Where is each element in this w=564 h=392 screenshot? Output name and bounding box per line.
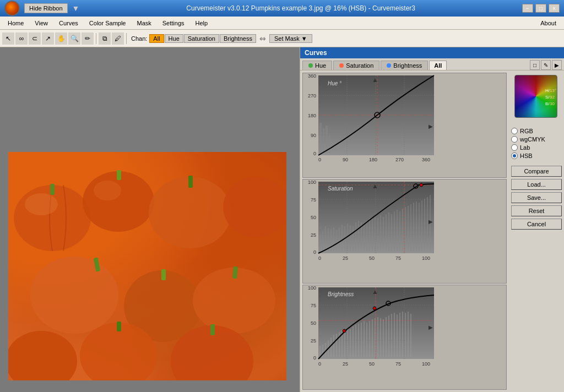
tool-copy[interactable]: ⧉ xyxy=(99,32,111,45)
svg-rect-61 xyxy=(352,226,354,251)
menu-about[interactable]: About xyxy=(535,19,562,28)
svg-text:Brightness: Brightness xyxy=(328,291,354,297)
svg-rect-85 xyxy=(419,203,420,251)
separator-1 xyxy=(96,33,96,44)
menu-color-sample[interactable]: Color Sample xyxy=(84,19,132,28)
hue-curve-svg: 360 270 180 90 0 0 90 180 270 360 Hue ° xyxy=(303,73,506,177)
tool-pointer[interactable]: ↖ xyxy=(2,32,14,45)
curves-tabs: Hue Saturation Brightness All □ ✎ ▶ xyxy=(300,58,564,70)
svg-rect-113 xyxy=(318,287,434,359)
icon-edit[interactable]: ✎ xyxy=(541,60,551,70)
tool-eyedropper[interactable]: 🖊 xyxy=(112,32,124,45)
menu-home[interactable]: Home xyxy=(2,19,29,28)
tab-saturation[interactable]: Saturation xyxy=(333,61,379,70)
tool-lasso[interactable]: ⊂ xyxy=(29,32,41,45)
svg-rect-24 xyxy=(326,126,328,153)
cancel-button[interactable]: Cancel xyxy=(511,219,562,230)
svg-text:▶: ▶ xyxy=(429,219,433,225)
set-mask-button[interactable]: Set Mask ▼ xyxy=(269,34,312,43)
menu-help[interactable]: Help xyxy=(190,19,214,28)
menu-mask[interactable]: Mask xyxy=(131,19,156,28)
svg-point-19 xyxy=(94,181,121,200)
radio-lab-btn[interactable] xyxy=(511,144,518,151)
right-side-controls: H/ 13° S/ 92 B/ 30 RGB xyxy=(509,70,564,392)
svg-rect-63 xyxy=(358,221,359,251)
svg-rect-137 xyxy=(383,319,384,357)
svg-rect-123 xyxy=(344,329,345,357)
tool-loop[interactable]: ∞ xyxy=(15,32,28,45)
svg-rect-53 xyxy=(330,229,332,251)
svg-point-1 xyxy=(83,171,154,232)
tab-hue[interactable]: Hue xyxy=(302,61,332,70)
radio-lab[interactable]: Lab xyxy=(511,144,562,151)
channel-brightness[interactable]: Brightness xyxy=(220,34,256,43)
svg-rect-121 xyxy=(339,332,340,357)
menu-settings[interactable]: Settings xyxy=(157,19,190,28)
svg-text:100: 100 xyxy=(422,255,430,261)
save-button[interactable]: Save... xyxy=(511,192,562,203)
tool-brush[interactable]: ✏ xyxy=(82,32,94,45)
svg-point-4 xyxy=(30,257,118,334)
icon-square[interactable]: □ xyxy=(530,60,540,70)
tool-hand[interactable]: ✋ xyxy=(55,32,67,45)
compare-button[interactable]: Compare xyxy=(511,166,562,177)
radio-rgb-btn[interactable] xyxy=(511,128,518,134)
curves-header: Curves xyxy=(300,47,564,58)
tab-brightness-label: Brightness xyxy=(393,62,422,69)
svg-rect-126 xyxy=(352,326,354,357)
radio-hsb[interactable]: HSB xyxy=(511,153,562,159)
svg-rect-60 xyxy=(350,225,351,251)
svg-text:▶: ▶ xyxy=(429,123,433,129)
svg-rect-129 xyxy=(361,323,362,357)
svg-text:100: 100 xyxy=(308,285,316,291)
svg-text:25: 25 xyxy=(343,361,348,367)
svg-rect-125 xyxy=(350,329,351,357)
svg-rect-138 xyxy=(386,317,387,357)
svg-rect-72 xyxy=(383,217,384,251)
svg-rect-75 xyxy=(391,214,392,251)
radio-wgcmyk-btn[interactable] xyxy=(511,136,518,143)
svg-rect-25 xyxy=(329,134,330,153)
load-button[interactable]: Load... xyxy=(511,179,562,190)
svg-text:0: 0 xyxy=(313,151,316,156)
svg-rect-118 xyxy=(330,337,332,357)
svg-rect-82 xyxy=(410,204,411,251)
tool-zoom[interactable]: 🔍 xyxy=(68,32,80,45)
channel-all[interactable]: All xyxy=(149,34,164,43)
svg-text:180: 180 xyxy=(308,113,316,118)
radio-rgb[interactable]: RGB xyxy=(511,128,562,134)
reset-button[interactable]: Reset xyxy=(511,205,562,216)
menu-curves[interactable]: Curves xyxy=(53,19,84,28)
svg-point-18 xyxy=(25,193,58,215)
svg-rect-23 xyxy=(323,128,324,153)
svg-rect-124 xyxy=(347,328,348,357)
minimize-button[interactable]: − xyxy=(522,4,533,13)
tool-arrow[interactable]: ↗ xyxy=(42,32,54,45)
svg-rect-133 xyxy=(372,319,373,357)
svg-rect-144 xyxy=(402,312,403,357)
hide-ribbon-button[interactable]: Hide Ribbon xyxy=(24,3,68,13)
tab-brightness[interactable]: Brightness xyxy=(381,61,428,70)
radio-hsb-btn[interactable] xyxy=(511,153,518,159)
tab-all[interactable]: All xyxy=(429,61,447,70)
svg-rect-77 xyxy=(397,210,398,251)
maximize-button[interactable]: □ xyxy=(535,4,546,13)
hue-dot xyxy=(308,63,313,68)
saturation-chart: 100 75 50 25 0 0 25 50 75 100 Saturation xyxy=(302,179,507,284)
svg-text:0: 0 xyxy=(313,355,316,361)
svg-rect-142 xyxy=(397,314,398,357)
close-button[interactable]: × xyxy=(549,4,560,13)
svg-rect-83 xyxy=(413,203,414,251)
svg-rect-68 xyxy=(372,219,373,251)
svg-text:13°: 13° xyxy=(550,88,556,93)
svg-rect-16 xyxy=(117,322,121,331)
icon-arrow[interactable]: ▶ xyxy=(552,60,562,70)
channel-saturation[interactable]: Saturation xyxy=(184,34,219,43)
color-wheel-svg: H/ 13° S/ 92 B/ 30 xyxy=(515,75,557,118)
svg-text:75: 75 xyxy=(311,197,316,203)
channel-hue[interactable]: Hue xyxy=(165,34,183,43)
radio-wgcmyk[interactable]: wgCMYK xyxy=(511,136,562,143)
menu-view[interactable]: View xyxy=(29,19,53,28)
svg-rect-73 xyxy=(386,214,387,251)
svg-text:75: 75 xyxy=(395,361,401,367)
